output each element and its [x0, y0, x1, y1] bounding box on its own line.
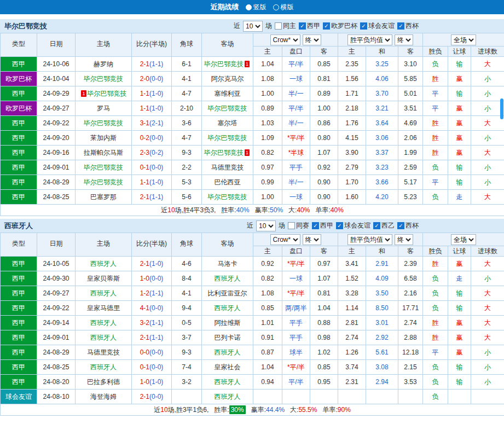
odds-away: 0.92 — [310, 160, 338, 175]
home-team: 赫罗纳 — [76, 57, 132, 72]
avg-odds-select[interactable]: 胜平负均值 — [347, 234, 392, 245]
filter-checkbox-球会友谊[interactable]: 球会友谊 — [360, 21, 395, 31]
away-team: 毕尔巴鄂竞技1 — [202, 146, 253, 160]
odds-home: 0.89 — [253, 101, 282, 116]
home-team: 西班牙人 — [76, 330, 132, 345]
radio-vertical[interactable]: 竖版 — [246, 3, 267, 12]
odds-line: 球半 — [282, 345, 310, 360]
corners: 6-1 — [172, 57, 202, 72]
score-fulltime: 2-0 — [140, 75, 149, 83]
scrollbar-thumb[interactable] — [500, 98, 503, 119]
away-team: 马德里竞技 — [202, 160, 253, 175]
filter-checkbox-西甲[interactable]: 西甲 — [299, 21, 320, 31]
col-away: 客场 — [202, 233, 253, 257]
filter-checkbox-欧罗巴杯[interactable]: 欧罗巴杯 — [323, 21, 357, 31]
odds-company-select[interactable]: Crow* — [270, 34, 300, 45]
team-name-text: 毕尔巴鄂竞技 — [88, 90, 127, 97]
odds-period-select[interactable]: 终 — [303, 34, 321, 45]
avg-away: 12.18 — [398, 345, 423, 360]
corners: 5-6 — [172, 190, 202, 205]
radio-horizontal[interactable]: 横版 — [273, 3, 294, 12]
score-halftime: (1-1) — [149, 289, 163, 297]
match-date: 24-09-22 — [37, 116, 76, 131]
odds-line: 平/半 — [282, 375, 310, 390]
match-row: 西甲24-10-05西班牙人2-1(1-0)4-6马洛卡0.92*平/半0.97… — [1, 257, 504, 271]
match-date: 24-09-27 — [37, 286, 76, 301]
match-row: 西甲24-08-29毕尔巴鄂竞技1-1(1-0)5-3巴伦西亚0.99半/一0.… — [1, 175, 504, 190]
odds-line: *平/半 — [282, 360, 310, 375]
scope-select[interactable]: 全场 — [451, 34, 476, 45]
score-fulltime: 0-1 — [140, 363, 149, 371]
avg-away: 2.88 — [398, 330, 423, 345]
odds-line: *半球 — [282, 146, 310, 160]
team-name-text: 马德里竞技 — [211, 164, 244, 171]
match-date: 24-09-20 — [37, 131, 76, 146]
filter-checkbox-同赛[interactable]: 同赛 — [288, 221, 309, 230]
team-name-text: 巴塞罗那 — [90, 193, 117, 201]
match-type-badge: 西甲 — [1, 271, 37, 286]
avg-period-select[interactable]: 终 — [395, 234, 413, 245]
odds-line: 一球 — [282, 190, 310, 205]
avg-home: 2.35 — [338, 57, 366, 72]
filter-checkbox-西甲[interactable]: 西甲 — [312, 221, 333, 230]
score-fulltime: 1-0 — [140, 378, 149, 386]
avg-away: 3.51 — [398, 101, 423, 116]
avg-away: 4.69 — [398, 116, 423, 131]
avg-period-select[interactable]: 终 — [395, 34, 413, 45]
score-halftime: (0-0) — [149, 304, 163, 312]
match-row: 西甲24-09-14西班牙人3-2(1-1)0-5阿拉维斯1.01平手0.882… — [1, 316, 504, 330]
avg-away: 2.15 — [398, 360, 423, 375]
score-halftime: (1-1) — [149, 60, 163, 68]
team-section: 毕尔巴鄂竞技近10场同主西甲欧罗巴杯球会友谊西杯类型日期主场比分(半场)角球客场… — [0, 19, 504, 216]
scope-select[interactable]: 全场 — [451, 234, 476, 245]
match-date: 24-09-01 — [37, 330, 76, 345]
avg-draw: 3.06 — [366, 131, 398, 146]
filter-checkbox-西杯[interactable]: 西杯 — [397, 221, 419, 230]
odds-home: 1.08 — [253, 72, 282, 86]
team-name-text: 西班牙人 — [215, 275, 241, 282]
avg-draw: 3.66 — [366, 175, 398, 190]
avg-away: 1.99 — [398, 146, 423, 160]
filter-checkbox-同主[interactable]: 同主 — [275, 21, 296, 31]
handicap-result: 输 — [448, 86, 471, 101]
col-result: 胜负 — [423, 47, 448, 57]
avg-home: 3.74 — [338, 360, 366, 375]
odds-away: 0.90 — [310, 175, 338, 190]
avg-home: 2.81 — [338, 316, 366, 330]
odds-home: 1.04 — [253, 360, 282, 375]
match-count-select[interactable]: 10 — [256, 220, 276, 231]
avg-draw — [366, 390, 398, 404]
corners: 4-7 — [172, 86, 202, 101]
checkbox-icon — [336, 222, 343, 229]
result: 负 — [423, 190, 448, 205]
avg-home: 2.74 — [338, 330, 366, 345]
odds-period-select[interactable]: 终 — [303, 234, 321, 245]
avg-odds-select[interactable]: 胜平负均值 — [347, 34, 392, 45]
odds-home — [253, 390, 282, 404]
filter-checkbox-西杯[interactable]: 西杯 — [397, 21, 419, 31]
red-card-badge: 1 — [245, 61, 250, 67]
corners: 0-5 — [172, 316, 202, 330]
odds-away: 0.81 — [310, 286, 338, 301]
near-label: 近 — [234, 21, 240, 31]
match-type-badge: 西甲 — [1, 345, 37, 360]
checkbox-label: 球会友谊 — [368, 21, 395, 31]
filter-checkbox-球会友谊[interactable]: 球会友谊 — [336, 221, 370, 230]
score: 1-2(1-1) — [132, 286, 172, 301]
checkbox-label: 同赛 — [296, 221, 309, 230]
score: 1-0(1-0) — [132, 375, 172, 390]
team-name-text: 阿拉维斯 — [215, 319, 241, 327]
odds-company-select[interactable]: Crow* — [270, 234, 300, 245]
col-home: 主场 — [76, 33, 132, 57]
score-fulltime: 0-0 — [140, 349, 149, 356]
team-name-text: 皇家社会 — [215, 363, 241, 371]
home-team: 毕尔巴鄂竞技 — [76, 175, 132, 190]
goals-result: 大 — [471, 257, 504, 271]
col-o_line: 盘口 — [282, 47, 310, 57]
col-corner: 角球 — [172, 33, 202, 57]
col-result: 胜负 — [423, 246, 448, 257]
match-count-select[interactable]: 10 — [243, 21, 263, 32]
corners: 3-7 — [172, 330, 202, 345]
filter-checkbox-西乙[interactable]: 西乙 — [373, 221, 395, 230]
match-date: 24-08-10 — [37, 390, 76, 404]
